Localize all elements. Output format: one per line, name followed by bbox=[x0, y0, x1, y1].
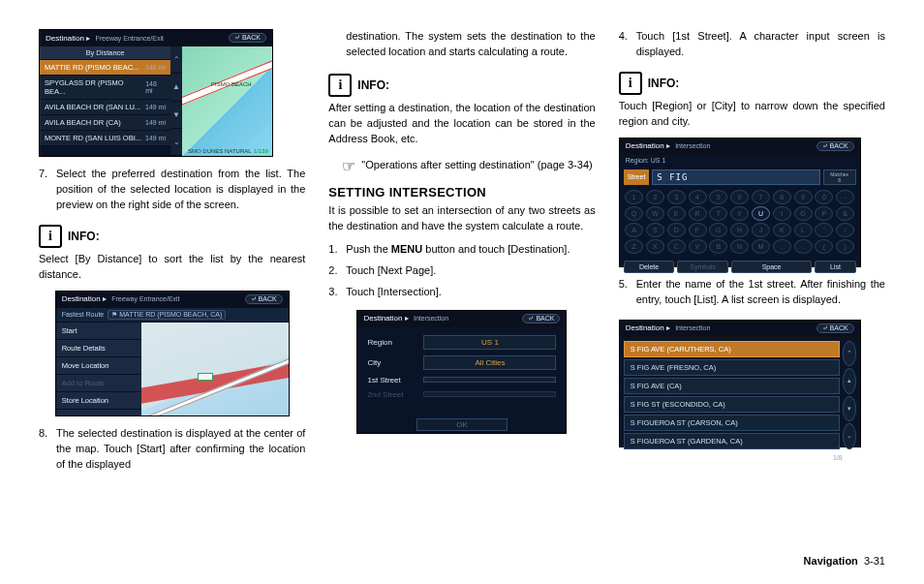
keyboard-key[interactable]: 6 bbox=[730, 190, 749, 204]
back-button[interactable]: ⤶ BACK bbox=[816, 323, 854, 333]
keyboard-key[interactable]: R bbox=[689, 206, 707, 221]
sort-by-distance[interactable]: By Distance bbox=[40, 46, 170, 60]
list-item[interactable]: S FIGUEROA ST (GARDENA, CA) bbox=[624, 433, 840, 449]
list-item[interactable]: S FIGUEROA ST (CARSON, CA) bbox=[624, 415, 840, 431]
back-button[interactable]: ⤶ BACK bbox=[816, 141, 854, 151]
menu-button[interactable]: Move Location bbox=[56, 357, 141, 375]
keyboard-key[interactable]: Q bbox=[625, 206, 643, 221]
keyboard-key[interactable]: A bbox=[625, 223, 643, 237]
page-indicator: 1/139 bbox=[254, 148, 268, 154]
street-input[interactable]: S FIG bbox=[652, 169, 819, 185]
scroll-bottom-icon[interactable]: ⌄ bbox=[170, 129, 182, 156]
section-heading: SETTING INTERSECTION bbox=[328, 185, 595, 200]
field-row[interactable]: RegionUS 1 bbox=[367, 335, 556, 350]
column-3: 4. Touch [1st Street]. A character input… bbox=[619, 29, 885, 552]
scroll-top-icon[interactable]: ⌃ bbox=[843, 341, 856, 367]
keyboard-key[interactable]: ( bbox=[815, 239, 833, 254]
list-item[interactable]: MATTIE RD (PISMO BEAC...146 mi bbox=[40, 60, 170, 76]
info-heading: i INFO: bbox=[328, 74, 595, 97]
back-button[interactable]: ⤶ BACK bbox=[229, 33, 266, 43]
screenshot-route-menu: Destination ▸ Freeway Entrance/Exit ⤶ BA… bbox=[55, 291, 290, 416]
keyboard-key[interactable]: O bbox=[794, 206, 813, 221]
keyboard-key[interactable]: & bbox=[836, 206, 854, 221]
keyboard-key[interactable]: X bbox=[646, 239, 664, 254]
step-number: 5. bbox=[619, 277, 636, 308]
keyboard-key[interactable]: 0 bbox=[815, 190, 833, 204]
keyboard-key[interactable]: N bbox=[730, 239, 749, 254]
keyboard-key[interactable]: 7 bbox=[752, 190, 770, 204]
list-item[interactable]: AVILA BEACH DR (SAN LU...149 mi bbox=[40, 100, 170, 115]
scroll-control[interactable]: ⌃ ▴ ▾ ⌄ bbox=[843, 341, 856, 449]
keyboard-key[interactable]: S bbox=[646, 223, 664, 237]
symbols-key[interactable]: Symbols bbox=[677, 261, 728, 273]
step-7: 7. Select the preferred destination from… bbox=[39, 167, 305, 213]
continuation-text: destination. The system sets the destina… bbox=[346, 29, 595, 60]
list-item[interactable]: S FIG AVE (CARUTHERS, CA) bbox=[624, 341, 840, 357]
keyboard-key[interactable]: B bbox=[709, 239, 727, 254]
keyboard-key[interactable]: 4 bbox=[689, 190, 707, 204]
keyboard-key[interactable]: 1 bbox=[625, 190, 643, 204]
keyboard-key[interactable]: D bbox=[667, 223, 686, 237]
keyboard-key[interactable]: / bbox=[836, 223, 854, 237]
scroll-down-icon[interactable]: ▾ bbox=[843, 396, 856, 422]
list-item[interactable]: S FIG AVE (CA) bbox=[624, 378, 840, 394]
field-row[interactable]: 1st Street bbox=[367, 376, 556, 384]
keyboard-key[interactable]: 9 bbox=[794, 190, 813, 204]
keyboard-key[interactable]: I bbox=[773, 206, 791, 221]
menu-button[interactable]: Store Location bbox=[56, 392, 141, 410]
keyboard-key[interactable]: - bbox=[836, 190, 854, 204]
keyboard-key[interactable]: U bbox=[752, 206, 770, 221]
scroll-up-icon[interactable]: ▲ bbox=[170, 74, 182, 101]
keyboard-key[interactable]: T bbox=[709, 206, 727, 221]
keyboard-key[interactable]: 5 bbox=[709, 190, 727, 204]
keyboard-key[interactable]: F bbox=[689, 223, 707, 237]
field-row[interactable]: CityAll Cities bbox=[367, 355, 556, 370]
keyboard-key[interactable]: 8 bbox=[773, 190, 791, 204]
space-key[interactable]: Space bbox=[731, 261, 812, 273]
scroll-down-icon[interactable]: ▼ bbox=[170, 102, 182, 129]
keyboard-key[interactable]: E bbox=[667, 206, 686, 221]
list-item[interactable]: S FIG AVE (FRESNO, CA) bbox=[624, 359, 840, 376]
nav-header: Destination ▸ Freeway Entrance/Exit ⤶ BA… bbox=[56, 292, 289, 308]
scroll-top-icon[interactable]: ⌃ bbox=[170, 46, 182, 74]
keyboard-key[interactable]: K bbox=[773, 223, 791, 237]
keyboard-key[interactable]: C bbox=[667, 239, 686, 254]
keyboard-key[interactable]: Z bbox=[625, 239, 643, 254]
scroll-control[interactable]: ⌃ ▲ ▼ ⌄ bbox=[170, 46, 182, 156]
keyboard-key[interactable]: Y bbox=[730, 206, 749, 221]
list-key[interactable]: List bbox=[815, 261, 856, 273]
list-item[interactable]: AVILA BEACH DR (CA)149 mi bbox=[40, 115, 170, 131]
keyboard-key[interactable]: M bbox=[752, 239, 770, 254]
keyboard-key[interactable]: ) bbox=[836, 239, 854, 254]
ok-button[interactable]: OK bbox=[416, 418, 508, 431]
keyboard-key[interactable]: W bbox=[646, 206, 664, 221]
nav-header: Destination ▸ Intersection ⤶ BACK bbox=[620, 138, 860, 155]
scroll-bottom-icon[interactable]: ⌄ bbox=[843, 423, 856, 449]
delete-key[interactable]: Delete bbox=[624, 261, 675, 273]
keyboard-key[interactable]: 2 bbox=[646, 190, 664, 204]
keyboard-key[interactable]: 3 bbox=[667, 190, 686, 204]
keyboard-key[interactable]: V bbox=[689, 239, 707, 254]
screenshot-intersection-fields: Destination ▸ Intersection ⤶ BACK Region… bbox=[356, 310, 567, 434]
back-button[interactable]: ⤶ BACK bbox=[522, 314, 560, 323]
page: Destination ▸ Freeway Entrance/Exit ⤶ BA… bbox=[0, 0, 924, 584]
keyboard-key[interactable]: , bbox=[773, 239, 791, 254]
menu-button[interactable]: Start bbox=[56, 323, 141, 340]
list-item[interactable]: S FIG ST (ESCONDIDO, CA) bbox=[624, 396, 840, 413]
keyboard-key[interactable]: ' bbox=[815, 223, 833, 237]
back-button[interactable]: ⤶ BACK bbox=[245, 294, 283, 304]
info-label: INFO: bbox=[68, 230, 100, 243]
list-item[interactable]: SPYGLASS DR (PISMO BEA...148 mi bbox=[40, 76, 170, 100]
menu-button[interactable]: Route Details bbox=[56, 340, 141, 357]
keyboard-key[interactable]: J bbox=[752, 223, 770, 237]
list-item[interactable]: MONTE RD (SAN LUIS OBI...149 mi bbox=[40, 131, 170, 146]
nav-title: Destination ▸ Freeway Entrance/Exit bbox=[62, 294, 180, 303]
keyboard-key[interactable]: L bbox=[794, 223, 813, 237]
scroll-up-icon[interactable]: ▴ bbox=[843, 368, 856, 394]
street-tab[interactable]: Street bbox=[624, 169, 650, 185]
keyboard-key[interactable]: G bbox=[709, 223, 727, 237]
keyboard-key[interactable]: H bbox=[730, 223, 749, 237]
info-icon: i bbox=[39, 225, 62, 248]
keyboard-key[interactable]: P bbox=[815, 206, 833, 221]
keyboard-key[interactable]: . bbox=[794, 239, 813, 254]
